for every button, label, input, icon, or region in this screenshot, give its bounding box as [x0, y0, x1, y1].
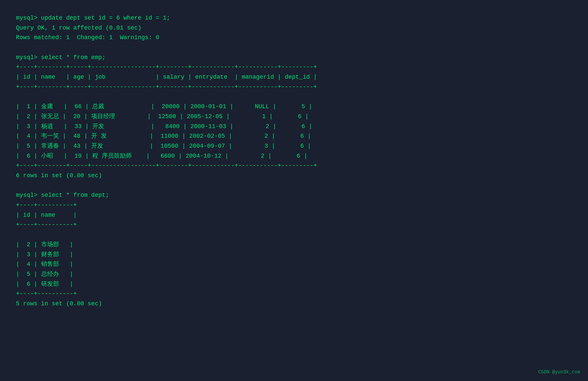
dept-border-bottom: +----+----------+ — [16, 289, 588, 299]
watermark: CSDN @yun3k_com — [538, 368, 580, 376]
select-emp-cmd: mysql> select * from emp; — [16, 53, 588, 63]
emp-row-3: | 3 | 杨逍 | 33 | 开发 | 8400 | 2000-11-03 |… — [16, 122, 588, 132]
emp-row-5: | 5 | 常遇春 | 43 | 开发 | 10500 | 2004-09-07… — [16, 141, 588, 151]
dept-border-top: +----+----------+ — [16, 200, 588, 210]
dept-row-1: | 2 | 市场部 | — [16, 240, 588, 250]
blank-2 — [16, 181, 588, 191]
dept-header: | id | name | — [16, 210, 588, 220]
emp-row-1: | 1 | 金庸 | 66 | 总裁 | 20000 | 2000-01-01 … — [16, 102, 588, 112]
select-dept-cmd: mysql> select * from dept; — [16, 190, 588, 200]
dept-count: 5 rows in set (0.00 sec) — [16, 299, 588, 309]
terminal-window: mysql> update dept set id = 6 where id =… — [8, 7, 588, 381]
emp-row-6: | 6 | 小昭 | 19 | 程 序员鼓励师 | 6600 | 2004-10… — [16, 151, 588, 161]
blank-1 — [16, 43, 588, 53]
emp-row-2: | 2 | 张无忌 | 20 | 项目经理 | 12500 | 2005-12-… — [16, 112, 588, 122]
dept-row-2: | 3 | 财务部 | — [16, 250, 588, 260]
emp-border-top: +----+--------+-----+------------------+… — [16, 62, 588, 72]
dept-blank — [16, 230, 588, 240]
dept-border-header: +----+----------+ — [16, 220, 588, 230]
emp-border-bottom: +----+--------+-----+------------------+… — [16, 161, 588, 171]
emp-count: 6 rows in set (0.00 sec) — [16, 171, 588, 181]
query-ok: Query OK, 1 row affected (0.01 sec) — [16, 23, 588, 33]
dept-row-5: | 6 | 研发部 | — [16, 279, 588, 289]
emp-border-header: +----+--------+-----+------------------+… — [16, 82, 588, 92]
update-command: mysql> update dept set id = 6 where id =… — [16, 13, 588, 23]
emp-header: | id | name | age | job | salary | entry… — [16, 72, 588, 82]
emp-row-4: | 4 | 韦一笑 | 48 | 开 发 | 11000 | 2002-02-0… — [16, 131, 588, 141]
emp-blank — [16, 92, 588, 102]
rows-matched: Rows matched: 1 Changed: 1 Warnings: 0 — [16, 33, 588, 43]
dept-row-3: | 4 | 销售部 | — [16, 260, 588, 269]
dept-row-4: | 5 | 总经办 | — [16, 269, 588, 279]
